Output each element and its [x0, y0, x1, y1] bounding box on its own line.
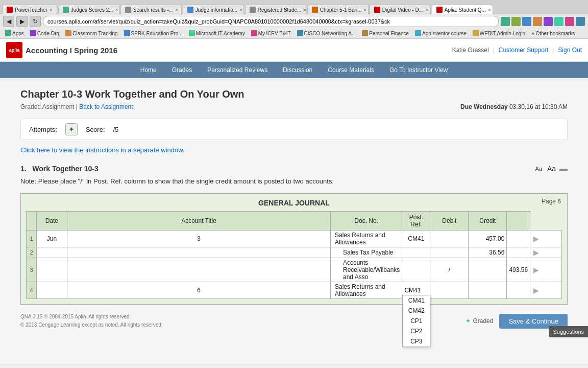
bookmark-cisco[interactable]: CISCO Networking A... — [295, 30, 358, 37]
docno-4[interactable]: CM41 CM42 CP1 CP2 CP3 — [402, 282, 430, 299]
credit-1 — [507, 231, 530, 247]
date-month-4 — [37, 282, 67, 299]
app-header: aplia Accounting I Spring 2016 Katie Gra… — [0, 39, 588, 62]
dropdown-option-cp3[interactable]: CP3 — [403, 336, 430, 347]
text-size-small-button[interactable]: Aa — [533, 165, 543, 172]
bookmark-other[interactable]: » Other bookmarks — [529, 30, 577, 37]
question-title: Work Together 10-3 — [32, 165, 98, 173]
attempts-score-bar: Attempts: ✦ Score: /5 — [20, 119, 568, 140]
reload-button[interactable]: ↻ — [30, 16, 41, 27]
account-1: Sales Returns and Allowances — [330, 231, 402, 247]
nav-instructor-view[interactable]: Go To Instructor View — [382, 64, 455, 76]
bookmark-ms-academy[interactable]: Microsoft IT Academy — [187, 30, 247, 37]
user-name: Katie Grassel — [452, 47, 489, 54]
bookmark-icev[interactable]: My iCEV B&IT — [249, 30, 293, 37]
date-day-4: 6 — [67, 282, 331, 299]
bookmark-appinventor[interactable]: AppInventor course — [413, 30, 469, 37]
image-icon: ▬ — [559, 164, 568, 173]
action-2: ▶ — [530, 247, 562, 258]
note-text: Note: Please place "/" in Post. Ref. col… — [20, 177, 568, 185]
col-debit: Debit — [430, 212, 469, 231]
table-row: 2 Sales Tax Payable 36.56 ▶ — [27, 247, 562, 258]
question-section: 1. Work Together 10-3 Aa Aa ▬ Note: Plea… — [20, 164, 568, 305]
tab-digital-video[interactable]: Digital Video - D... × — [370, 5, 431, 14]
journal-container: Page 6 GENERAL JOURNAL Date Account Titl… — [20, 193, 568, 305]
dropdown-option-cm41[interactable]: CM41 — [403, 295, 430, 306]
tab-powerteacher[interactable]: PowerTeacher × — [2, 5, 57, 14]
browser-chrome: PowerTeacher × Judges Scores 2... × Sear… — [0, 0, 588, 39]
aplia-logo: aplia Accounting I Spring 2016 — [6, 42, 117, 58]
debit-1: 457.00 — [469, 231, 507, 247]
text-size-controls: Aa Aa ▬ — [533, 164, 568, 173]
docno-input[interactable] — [402, 286, 430, 295]
back-button[interactable]: ◀ — [3, 16, 14, 27]
question-header: 1. Work Together 10-3 Aa Aa ▬ — [20, 164, 568, 173]
bookmark-webit[interactable]: WEBIT Admin Login — [471, 30, 527, 37]
nav-course-materials[interactable]: Course Materials — [321, 64, 381, 76]
page-number: Page 6 — [542, 198, 561, 205]
table-row: 1 Jun 3 Sales Returns and Allowances CM4… — [27, 231, 562, 247]
tab-judges[interactable]: Judges Scores 2... × — [58, 5, 119, 14]
dropdown-option-cp1[interactable]: CP1 — [403, 316, 430, 326]
action-3: ▶ — [530, 258, 562, 282]
tab-chapter51[interactable]: Chapter 5-1 Bari... × — [307, 5, 369, 14]
docno-dropdown-container: CM41 CM42 CP1 CP2 CP3 — [402, 286, 430, 295]
col-docno: Doc. No. — [330, 212, 402, 231]
bookmark-classroom[interactable]: Classroom Tracking — [63, 30, 119, 37]
col-date: Date — [37, 212, 67, 231]
nav-home[interactable]: Home — [133, 64, 164, 76]
due-label: Due Wednesday — [460, 103, 507, 110]
tab-search[interactable]: Search results -... × — [120, 5, 182, 14]
account-4: Sales Returns and Allowances — [330, 282, 402, 299]
tab-bar: PowerTeacher × Judges Scores 2... × Sear… — [0, 0, 588, 14]
row-num-2: 2 — [27, 247, 37, 258]
attempts-label: Attempts: — [29, 126, 57, 133]
bookmark-personal-finance[interactable]: Personal Finance — [360, 30, 411, 37]
credit-2 — [507, 247, 530, 258]
nav-personalized-reviews[interactable]: Personalized Reviews — [200, 64, 275, 76]
instructions-link[interactable]: Click here to view the instructions in a… — [20, 146, 568, 154]
bookmarks-bar: Apps Code Org Classroom Tracking SPRK Ed… — [0, 29, 588, 38]
date-month-1: Jun — [37, 231, 67, 247]
col-postref: Post. Ref. — [402, 212, 430, 231]
credit-3: 493.56 — [507, 258, 530, 282]
forward-button[interactable]: ▶ — [16, 16, 28, 27]
action-4: ▶ — [530, 282, 562, 299]
content-footer: QNA 3.15 © 2004-2015 Aplia. All rights r… — [20, 305, 568, 329]
debit-3 — [469, 258, 507, 282]
nav-grades[interactable]: Grades — [165, 64, 199, 76]
tab-registered[interactable]: Registered Stude... × — [245, 5, 306, 14]
app-title: Accounting I Spring 2016 — [26, 46, 117, 55]
address-input[interactable] — [43, 16, 499, 27]
dropdown-option-cp2[interactable]: CP2 — [403, 326, 430, 336]
suggestions-button[interactable]: Suggestions — [549, 326, 588, 337]
score-label: Score: — [86, 126, 105, 133]
date-day-2 — [67, 247, 331, 258]
dropdown-option-cm42[interactable]: CM42 — [403, 306, 430, 316]
postref-3: / — [430, 258, 469, 282]
due-date-value: 03.30.16 at 10:30 AM — [509, 103, 568, 110]
date-day-3 — [67, 258, 331, 282]
nav-discussion[interactable]: Discussion — [276, 64, 320, 76]
bookmark-sprk[interactable]: SPRK Education Pro... — [122, 30, 185, 37]
col-action — [507, 212, 530, 231]
tab-judge-info[interactable]: Judge informatio... × — [183, 5, 244, 14]
main-content: Chapter 10-3 Work Together and On Your O… — [0, 78, 588, 364]
text-size-large-button[interactable]: Aa — [546, 164, 557, 173]
bookmark-apps[interactable]: Apps — [3, 30, 26, 37]
sign-out-link[interactable]: Sign Out — [558, 47, 582, 54]
back-to-assignment-link[interactable]: Back to Assignment — [79, 103, 133, 110]
row-num-4: 4 — [27, 282, 37, 299]
attempts-icon[interactable]: ✦ — [65, 123, 78, 135]
col-account: Account Title — [67, 212, 331, 231]
debit-4 — [469, 282, 507, 299]
bookmark-codeorg[interactable]: Code Org — [28, 30, 61, 37]
header-links: Katie Grassel | Customer Support | Sign … — [452, 47, 582, 54]
customer-support-link[interactable]: Customer Support — [499, 47, 548, 54]
table-row: 3 Accounts Receivable/Wilbanks and Asso … — [27, 258, 562, 282]
graded-label: Graded — [473, 317, 493, 325]
postref-4 — [430, 282, 469, 299]
tab-aplia[interactable]: Aplia: Student Q... × — [432, 5, 493, 14]
docno-1: CM41 — [402, 231, 430, 247]
account-2: Sales Tax Payable — [330, 247, 402, 258]
